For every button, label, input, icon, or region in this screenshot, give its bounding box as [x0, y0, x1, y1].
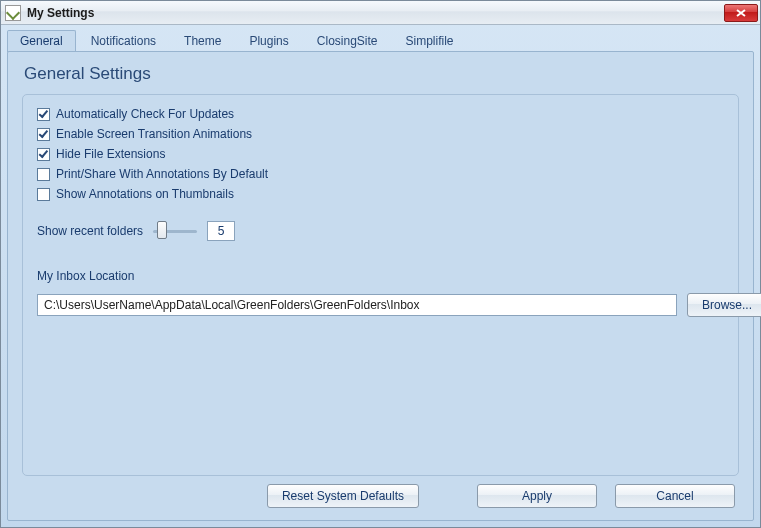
check-row-animations: Enable Screen Transition Animations	[37, 127, 724, 141]
tab-label: General	[20, 34, 63, 48]
check-row-updates: Automatically Check For Updates	[37, 107, 724, 121]
reset-defaults-button[interactable]: Reset System Defaults	[267, 484, 419, 508]
tab-bar: General Notifications Theme Plugins Clos…	[1, 25, 760, 51]
tab-plugins[interactable]: Plugins	[236, 30, 301, 52]
checkbox-extensions[interactable]	[37, 148, 50, 161]
checkbox-label: Enable Screen Transition Animations	[56, 127, 252, 141]
titlebar: My Settings	[1, 1, 760, 25]
section-title: General Settings	[24, 64, 739, 84]
window-title: My Settings	[27, 6, 724, 20]
check-row-extensions: Hide File Extensions	[37, 147, 724, 161]
tab-theme[interactable]: Theme	[171, 30, 234, 52]
dialog-footer: Reset System Defaults Apply Cancel	[22, 476, 739, 510]
recent-folders-row: Show recent folders 5	[37, 221, 724, 241]
slider-thumb[interactable]	[157, 221, 167, 239]
tab-notifications[interactable]: Notifications	[78, 30, 169, 52]
checkbox-label: Hide File Extensions	[56, 147, 165, 161]
apply-button[interactable]: Apply	[477, 484, 597, 508]
tab-simplifile[interactable]: Simplifile	[393, 30, 467, 52]
cancel-button[interactable]: Cancel	[615, 484, 735, 508]
close-icon	[736, 9, 746, 17]
checkbox-annotations-thumb[interactable]	[37, 188, 50, 201]
recent-folders-slider[interactable]	[153, 221, 197, 241]
check-row-annotations-thumb: Show Annotations on Thumbnails	[37, 187, 724, 201]
inbox-path-row: Browse...	[37, 293, 724, 317]
checkbox-label: Automatically Check For Updates	[56, 107, 234, 121]
tab-content: General Settings Automatically Check For…	[7, 51, 754, 521]
slider-value: 5	[207, 221, 235, 241]
app-icon	[5, 5, 21, 21]
general-group: Automatically Check For Updates Enable S…	[22, 94, 739, 476]
slider-label: Show recent folders	[37, 224, 143, 238]
inbox-path-input[interactable]	[37, 294, 677, 316]
checkbox-annotations-default[interactable]	[37, 168, 50, 181]
inbox-location-label: My Inbox Location	[37, 269, 724, 283]
checkbox-updates[interactable]	[37, 108, 50, 121]
tab-closingsite[interactable]: ClosingSite	[304, 30, 391, 52]
settings-window: My Settings General Notifications Theme …	[0, 0, 761, 528]
checkbox-label: Print/Share With Annotations By Default	[56, 167, 268, 181]
tab-label: Simplifile	[406, 34, 454, 48]
checkbox-animations[interactable]	[37, 128, 50, 141]
tab-general[interactable]: General	[7, 30, 76, 52]
tab-label: ClosingSite	[317, 34, 378, 48]
tab-label: Notifications	[91, 34, 156, 48]
check-row-annotations-default: Print/Share With Annotations By Default	[37, 167, 724, 181]
tab-label: Theme	[184, 34, 221, 48]
tab-label: Plugins	[249, 34, 288, 48]
browse-button[interactable]: Browse...	[687, 293, 761, 317]
close-button[interactable]	[724, 4, 758, 22]
checkbox-label: Show Annotations on Thumbnails	[56, 187, 234, 201]
